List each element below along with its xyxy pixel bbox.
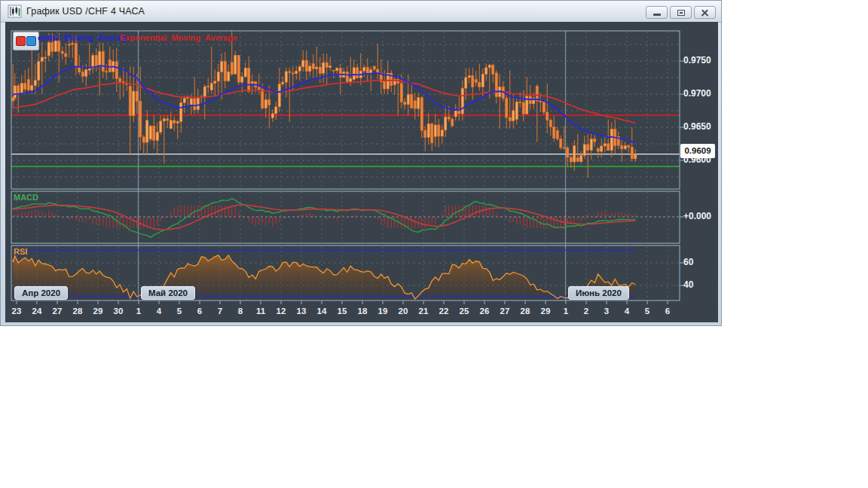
x-axis-label: 13 (294, 307, 309, 316)
x-axis-label: 15 (335, 307, 350, 316)
restore-button[interactable] (670, 6, 692, 19)
x-axis-label: 5 (172, 307, 187, 316)
close-icon (701, 8, 709, 17)
x-axis-label: 28 (70, 307, 85, 316)
x-axis-label: 27 (50, 307, 65, 316)
horizontal-level-lines (11, 115, 680, 166)
restore-icon (677, 10, 685, 16)
x-axis-label: 25 (457, 307, 472, 316)
chart-window: График USD /CHF 4 ЧАСА ential_Moving_Ave… (0, 0, 722, 326)
x-axis-label: 27 (497, 307, 512, 316)
chart-canvas[interactable] (5, 22, 718, 322)
x-axis-label: 26 (477, 307, 492, 316)
x-axis-label: 3 (599, 307, 614, 316)
x-axis-label: 1 (131, 307, 146, 316)
x-axis-label: 20 (396, 307, 411, 316)
legend-swatch-panel (13, 32, 39, 50)
x-axis-label: 1 (558, 307, 573, 316)
x-axis-label: 14 (314, 307, 329, 316)
x-axis-label: 6 (192, 307, 207, 316)
blue-swatch-button[interactable] (26, 36, 36, 46)
rsi-panel-series (13, 251, 635, 300)
x-axis-label: 12 (274, 307, 289, 316)
x-axis-label: 11 (253, 307, 268, 316)
price-tick-9650: 0.9650 (683, 121, 711, 132)
rsi-label: RSI (14, 247, 27, 256)
rsi-tick-40: 40 (683, 279, 693, 290)
candlesticks (12, 31, 637, 178)
x-axis-label: 7 (212, 307, 228, 316)
month-marker-apr: Апр 2020 (14, 286, 68, 300)
price-tick-9750: 0.9750 (683, 55, 711, 66)
x-axis-label: 6 (660, 307, 675, 316)
close-button[interactable] (694, 6, 716, 19)
x-axis-label: 18 (355, 307, 370, 316)
minimize-button[interactable] (646, 6, 668, 19)
title-bar[interactable]: График USD /CHF 4 ЧАСА (1, 1, 721, 23)
macd-label: MACD (14, 193, 38, 202)
month-marker-may: Май 2020 (141, 286, 195, 300)
macd-zero-label: +0.000 (683, 211, 711, 221)
x-axis-label: 22 (436, 307, 451, 316)
x-axis-label: 5 (640, 307, 655, 316)
candlestick-chart-icon (8, 5, 22, 18)
x-axis-label: 29 (538, 307, 553, 316)
price-tick-9700: 0.9700 (683, 88, 711, 99)
x-axis-label: 28 (518, 307, 533, 316)
x-axis-label: 4 (619, 307, 634, 316)
macd-panel-series (13, 198, 635, 237)
ema-line (13, 81, 635, 124)
x-axis-label: 29 (90, 307, 105, 316)
rsi-tick-60: 60 (683, 257, 693, 267)
x-axis-label: 21 (416, 307, 431, 316)
current-price-tag: 0.9609 (680, 144, 715, 158)
x-axis-label: 24 (29, 307, 44, 316)
month-marker-jun: Июнь 2020 (568, 286, 629, 300)
red-swatch-button[interactable] (16, 36, 26, 46)
x-axis-label: 23 (9, 307, 24, 316)
x-axis-label: 30 (111, 307, 126, 316)
x-axis-label: 2 (579, 307, 594, 316)
x-axis-label: 19 (375, 307, 390, 316)
legend-ema-label: Exponential_Moving_Average (120, 33, 237, 42)
minimize-icon (653, 14, 661, 16)
x-axis-label: 4 (151, 307, 167, 316)
window-title: График USD /CHF 4 ЧАСА (26, 6, 145, 17)
x-axis-label: 8 (233, 307, 248, 316)
legend-ma-label: ential_Moving_Average (38, 33, 130, 42)
